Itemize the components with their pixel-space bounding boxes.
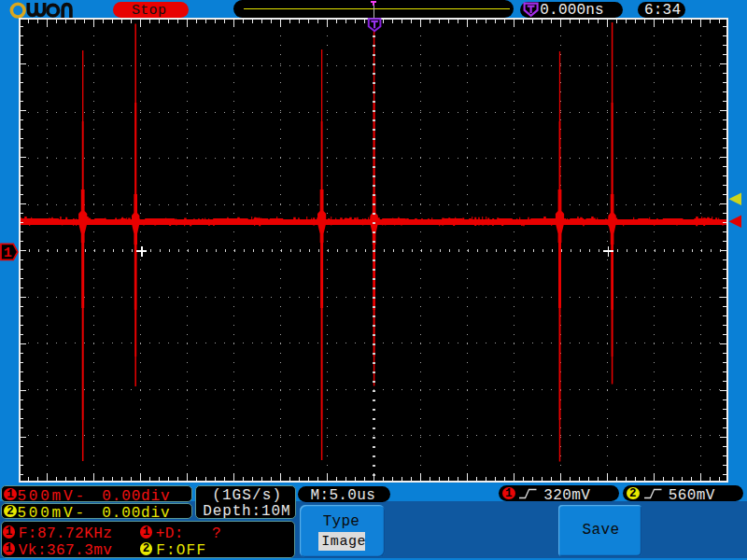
svg-text:1: 1 — [4, 245, 12, 261]
